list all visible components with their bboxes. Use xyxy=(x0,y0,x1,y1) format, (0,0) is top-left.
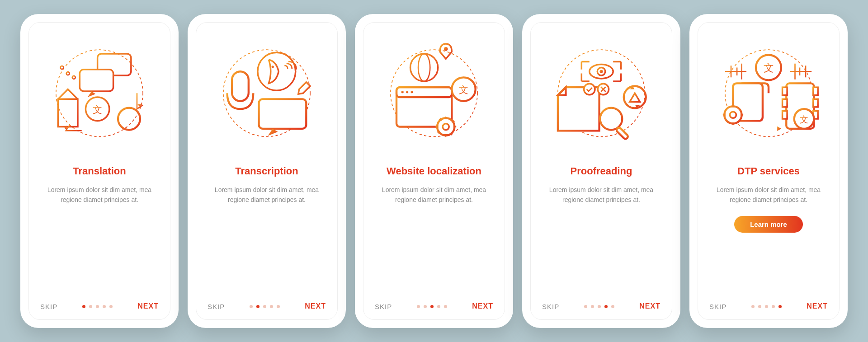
svg-text:文: 文 xyxy=(800,115,808,124)
skip-button[interactable]: SKIP xyxy=(709,303,726,310)
illustration: 文 文 xyxy=(709,34,828,160)
page-indicator xyxy=(250,305,280,308)
svg-point-14 xyxy=(72,76,75,79)
svg-point-44 xyxy=(406,91,408,93)
indicator-dot xyxy=(109,305,113,308)
illustration: 文 xyxy=(375,34,493,160)
svg-point-43 xyxy=(401,91,404,93)
svg-point-63 xyxy=(600,108,622,130)
indicator-dot xyxy=(437,305,440,308)
svg-rect-71 xyxy=(783,87,787,95)
svg-rect-73 xyxy=(783,111,787,119)
screen-description: Lorem ipsum dolor sit dim amet, mea regi… xyxy=(375,185,493,205)
indicator-dot xyxy=(598,305,601,308)
nav-footer: SKIPNEXT xyxy=(709,295,828,310)
svg-point-0 xyxy=(56,50,143,136)
phone-mockup: 文 TranslationLorem ipsum dolor sit dim a… xyxy=(20,14,179,328)
phone-mockup: 文 文 DTP servicesLorem ipsum dolor sit di… xyxy=(689,14,848,328)
indicator-dot xyxy=(751,305,755,308)
svg-point-12 xyxy=(66,72,70,75)
next-button[interactable]: NEXT xyxy=(472,302,493,310)
svg-point-45 xyxy=(410,91,413,93)
illustration: 文 xyxy=(40,34,159,160)
indicator-dot xyxy=(250,305,253,308)
nav-footer: SKIPNEXT xyxy=(375,295,493,310)
page-indicator xyxy=(751,305,782,308)
svg-point-10 xyxy=(61,66,64,69)
phone-mockup: TranscriptionLorem ipsum dolor sit dim a… xyxy=(188,14,346,328)
nav-footer: SKIPNEXT xyxy=(542,295,660,310)
indicator-dot xyxy=(103,305,106,308)
next-button[interactable]: NEXT xyxy=(137,302,159,310)
svg-rect-74 xyxy=(813,87,818,95)
indicator-dot xyxy=(424,305,427,308)
svg-point-79 xyxy=(724,106,741,123)
nav-footer: SKIPNEXT xyxy=(40,295,159,310)
screen-title: Website localization xyxy=(375,165,493,178)
svg-rect-5 xyxy=(80,70,113,91)
screen-description: Lorem ipsum dolor sit dim amet, mea regi… xyxy=(208,185,326,205)
screen-title: Translation xyxy=(40,165,159,178)
svg-rect-75 xyxy=(813,99,818,107)
indicator-dot xyxy=(765,305,768,308)
onboarding-screen: TranscriptionLorem ipsum dolor sit dim a… xyxy=(196,22,338,320)
indicator-dot xyxy=(270,305,273,308)
phone-mockup: 文 Website localizationLorem ipsum dolor … xyxy=(355,14,513,328)
indicator-dot xyxy=(611,305,614,308)
svg-point-20 xyxy=(271,66,274,68)
svg-point-19 xyxy=(258,52,296,90)
svg-point-40 xyxy=(444,47,448,51)
svg-rect-30 xyxy=(259,99,307,129)
indicator-dot xyxy=(96,305,99,308)
screen-description: Lorem ipsum dolor sit dim amet, mea regi… xyxy=(542,185,660,205)
indicator-dot xyxy=(82,305,85,308)
page-indicator xyxy=(82,305,113,308)
nav-footer: SKIPNEXT xyxy=(208,295,326,310)
page-indicator xyxy=(417,305,447,308)
indicator-dot xyxy=(772,305,775,308)
screen-title: Transcription xyxy=(208,165,326,178)
skip-button[interactable]: SKIP xyxy=(208,303,225,310)
next-button[interactable]: NEXT xyxy=(807,302,828,310)
onboarding-screen: 文 TranslationLorem ipsum dolor sit dim a… xyxy=(28,22,170,320)
indicator-dot xyxy=(256,305,259,308)
svg-point-51 xyxy=(437,118,454,135)
page-indicator xyxy=(584,305,614,308)
svg-point-61 xyxy=(584,84,595,94)
next-button[interactable]: NEXT xyxy=(305,302,326,310)
illustration xyxy=(208,34,326,160)
onboarding-screen: 文 Website localizationLorem ipsum dolor … xyxy=(363,22,505,320)
learn-more-button[interactable]: Learn more xyxy=(734,216,803,233)
onboarding-screen: 文 文 DTP servicesLorem ipsum dolor sit di… xyxy=(698,22,840,320)
screen-title: DTP services xyxy=(709,165,828,178)
svg-point-17 xyxy=(118,108,140,130)
indicator-dot xyxy=(444,305,447,308)
svg-rect-72 xyxy=(783,99,787,107)
indicator-dot xyxy=(89,305,92,308)
onboarding-screen: ProofreadingLorem ipsum dolor sit dim am… xyxy=(530,22,672,320)
skip-button[interactable]: SKIP xyxy=(542,303,559,310)
svg-text:文: 文 xyxy=(764,62,774,74)
skip-button[interactable]: SKIP xyxy=(375,303,392,310)
skip-button[interactable]: SKIP xyxy=(40,303,57,310)
illustration xyxy=(542,34,660,160)
svg-rect-64 xyxy=(616,127,629,140)
indicator-dot xyxy=(417,305,420,308)
indicator-dot xyxy=(584,305,587,308)
indicator-dot xyxy=(430,305,434,308)
svg-text:文: 文 xyxy=(459,84,468,95)
indicator-dot xyxy=(277,305,280,308)
indicator-dot xyxy=(591,305,594,308)
indicator-dot xyxy=(604,305,608,308)
svg-rect-21 xyxy=(232,71,249,101)
svg-point-56 xyxy=(600,70,603,73)
indicator-dot xyxy=(263,305,266,308)
next-button[interactable]: NEXT xyxy=(639,302,660,310)
indicator-dot xyxy=(758,305,761,308)
screen-description: Lorem ipsum dolor sit dim amet, mea regi… xyxy=(709,185,828,205)
screen-title: Proofreading xyxy=(542,165,660,178)
screen-description: Lorem ipsum dolor sit dim amet, mea regi… xyxy=(40,185,159,205)
indicator-dot xyxy=(778,305,782,308)
phone-mockup: ProofreadingLorem ipsum dolor sit dim am… xyxy=(522,14,680,328)
svg-text:文: 文 xyxy=(93,104,102,115)
